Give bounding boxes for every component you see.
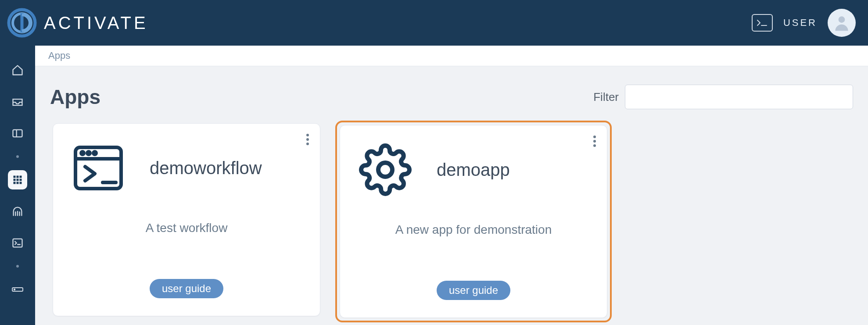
svg-point-22 bbox=[306, 134, 309, 136]
svg-rect-13 bbox=[17, 182, 18, 184]
brand-logo[interactable]: ACTIVATE bbox=[6, 7, 148, 39]
card-description: A new app for demonstration bbox=[395, 223, 552, 237]
sidebar-item-home[interactable] bbox=[8, 61, 27, 80]
terminal-small-icon bbox=[11, 237, 24, 249]
home-icon bbox=[11, 64, 24, 76]
panel-icon bbox=[11, 127, 24, 139]
svg-rect-18 bbox=[13, 239, 22, 247]
svg-point-29 bbox=[93, 152, 96, 154]
sidebar bbox=[0, 46, 35, 325]
svg-point-28 bbox=[87, 152, 90, 154]
card-title: demoapp bbox=[437, 160, 510, 180]
sidebar-separator bbox=[16, 155, 19, 158]
svg-point-3 bbox=[839, 16, 845, 23]
svg-point-31 bbox=[593, 136, 596, 138]
apps-list: demoworkflow A test workflow user guide bbox=[50, 121, 853, 322]
svg-rect-12 bbox=[14, 182, 15, 184]
app-card[interactable]: demoworkflow A test workflow user guide bbox=[53, 123, 320, 316]
user-guide-button[interactable]: user guide bbox=[150, 279, 223, 298]
dots-vertical-icon bbox=[593, 135, 596, 147]
brand-text: ACTIVATE bbox=[44, 13, 148, 33]
user-avatar[interactable] bbox=[828, 9, 856, 37]
sidebar-item-apps[interactable] bbox=[8, 170, 27, 189]
brand-mark-icon bbox=[6, 7, 38, 39]
breadcrumb[interactable]: Apps bbox=[35, 46, 868, 66]
page-title: Apps bbox=[50, 85, 100, 109]
sidebar-item-panel[interactable] bbox=[8, 124, 27, 143]
svg-rect-4 bbox=[13, 130, 22, 137]
filter-input[interactable] bbox=[625, 85, 853, 109]
terminal-icon bbox=[756, 18, 768, 27]
card-title: demoworkflow bbox=[150, 158, 262, 178]
app-card-frame: demoworkflow A test workflow user guide bbox=[50, 121, 323, 322]
svg-rect-10 bbox=[17, 179, 18, 181]
sidebar-item-tunnel[interactable] bbox=[8, 202, 27, 221]
card-description: A test workflow bbox=[146, 221, 228, 235]
svg-rect-7 bbox=[17, 176, 18, 178]
svg-point-34 bbox=[378, 163, 392, 177]
sidebar-item-terminal[interactable] bbox=[8, 233, 27, 253]
user-label: USER bbox=[783, 17, 817, 29]
inbox-icon bbox=[11, 96, 24, 108]
server-icon bbox=[11, 287, 24, 292]
sidebar-item-server[interactable] bbox=[8, 280, 27, 299]
svg-rect-6 bbox=[14, 176, 15, 178]
svg-rect-8 bbox=[20, 176, 22, 178]
content: Apps Filter bbox=[35, 66, 868, 325]
sidebar-separator-2 bbox=[16, 265, 19, 268]
top-header: ACTIVATE USER bbox=[0, 0, 868, 46]
svg-point-23 bbox=[306, 138, 309, 141]
card-icon bbox=[357, 141, 414, 198]
card-menu-button[interactable] bbox=[593, 135, 596, 149]
card-menu-button[interactable] bbox=[306, 133, 309, 147]
svg-point-33 bbox=[593, 144, 596, 147]
card-icon bbox=[70, 139, 127, 196]
terminal-button[interactable] bbox=[752, 14, 773, 32]
avatar-icon bbox=[832, 13, 851, 32]
dots-vertical-icon bbox=[306, 133, 309, 146]
svg-point-32 bbox=[593, 140, 596, 143]
svg-rect-11 bbox=[20, 179, 22, 181]
svg-point-24 bbox=[306, 143, 309, 145]
terminal-window-icon bbox=[72, 144, 125, 192]
apps-grid-icon bbox=[12, 175, 23, 185]
svg-rect-14 bbox=[20, 182, 22, 184]
app-card[interactable]: demoapp A new app for demonstration user… bbox=[340, 125, 607, 318]
main-area: Apps Apps Filter bbox=[35, 46, 868, 325]
filter: Filter bbox=[593, 85, 853, 109]
gear-icon bbox=[359, 143, 412, 196]
svg-point-27 bbox=[81, 152, 84, 154]
user-guide-button[interactable]: user guide bbox=[437, 281, 510, 300]
svg-point-21 bbox=[14, 289, 15, 290]
sidebar-item-inbox[interactable] bbox=[8, 92, 27, 111]
filter-label: Filter bbox=[593, 90, 619, 104]
app-card-frame-highlighted: demoapp A new app for demonstration user… bbox=[335, 121, 612, 322]
tunnel-icon bbox=[11, 205, 24, 218]
svg-rect-9 bbox=[14, 179, 15, 181]
